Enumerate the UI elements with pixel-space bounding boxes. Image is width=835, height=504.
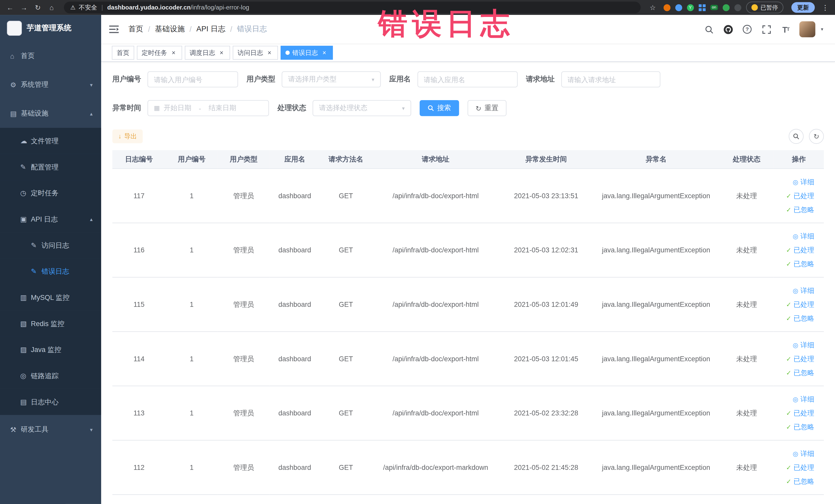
chevron-down-icon[interactable]: ▾	[821, 27, 823, 32]
date-range-picker[interactable]: ▦ 开始日期 - 结束日期	[148, 100, 269, 116]
sidebar-item-home[interactable]: ⌂ 首页	[0, 42, 101, 70]
detail-link[interactable]: ◎详细	[776, 229, 814, 243]
breadcrumb-item[interactable]: API 日志	[196, 24, 225, 34]
update-button[interactable]: 更新	[791, 2, 815, 13]
document-icon: ▣	[20, 215, 31, 223]
sidebar-item-infrastructure[interactable]: ▤ 基础设施 ▴	[0, 99, 101, 128]
cell-user-type: 管理员	[218, 223, 269, 277]
tab-scheduled-tasks[interactable]: 定时任务 ×	[137, 46, 182, 60]
user-id-input[interactable]	[148, 72, 238, 87]
cell-method: GET	[320, 277, 372, 332]
fullscreen-icon[interactable]	[761, 24, 772, 35]
tab-error-log[interactable]: 错误日志 ×	[281, 46, 333, 60]
breadcrumb-item[interactable]: 首页	[128, 24, 143, 34]
extension-icon[interactable]: Y	[687, 4, 694, 11]
detail-link[interactable]: ◎详细	[776, 284, 814, 298]
app-logo-row[interactable]: 芋道管理系统	[0, 15, 101, 42]
search-icon[interactable]	[704, 24, 714, 35]
sidebar-item-java-monitor[interactable]: ▨ Java 监控	[0, 337, 101, 363]
forward-icon[interactable]: →	[18, 2, 30, 13]
cell-actions: ◎详细 ✓已处理 ✓已忽略	[774, 223, 824, 277]
close-icon[interactable]: ×	[218, 49, 225, 57]
search-button[interactable]: 搜索	[420, 100, 459, 116]
col-request-url: 请求地址	[372, 150, 500, 169]
mark-processed-link[interactable]: ✓已处理	[776, 243, 814, 257]
mark-processed-link[interactable]: ✓已处理	[776, 461, 814, 475]
extension-grid-icon[interactable]	[698, 4, 705, 11]
extension-icon[interactable]	[722, 4, 730, 11]
top-navbar: 首页 / 基础设施 / API 日志 / 错误日志 ?	[101, 15, 835, 44]
detail-link[interactable]: ◎详细	[776, 447, 814, 461]
home-icon[interactable]: ⌂	[46, 2, 58, 13]
close-icon[interactable]: ×	[321, 49, 328, 57]
mark-ignored-link[interactable]: ✓已忽略	[776, 366, 814, 380]
extension-icon[interactable]	[663, 4, 670, 11]
mark-processed-link[interactable]: ✓已处理	[776, 352, 814, 366]
tab-home[interactable]: 首页	[112, 46, 134, 60]
hamburger-icon[interactable]	[109, 24, 120, 35]
mark-ignored-link[interactable]: ✓已忽略	[776, 203, 814, 217]
export-button[interactable]: ↓ 导出	[113, 129, 143, 143]
sidebar-item-error-log[interactable]: ✎ 错误日志	[0, 258, 101, 284]
sidebar-item-redis-monitor[interactable]: ▧ Redis 监控	[0, 311, 101, 337]
toggle-search-button[interactable]	[789, 129, 804, 144]
sidebar-item-file-management[interactable]: ☁ 文件管理	[0, 128, 101, 154]
check-icon: ✓	[786, 311, 791, 325]
detail-link[interactable]: ◎详细	[776, 338, 814, 352]
sidebar-item-trace[interactable]: ◎ 链路追踪	[0, 363, 101, 389]
cell-actions: ◎详细 ✓已处理 ✓已忽略	[774, 169, 824, 223]
security-label[interactable]: 不安全	[79, 3, 97, 11]
sidebar-item-api-log[interactable]: ▣ API 日志 ▴	[0, 206, 101, 233]
breadcrumb-item[interactable]: 基础设施	[155, 24, 185, 34]
date-start[interactable]: 开始日期	[164, 103, 191, 113]
mark-ignored-link[interactable]: ✓已忽略	[776, 420, 814, 434]
help-icon[interactable]: ?	[742, 24, 753, 35]
extension-on-badge[interactable]: on	[710, 5, 718, 10]
extension-icon[interactable]	[675, 4, 682, 11]
user-type-select[interactable]: 请选择用户类型 ▾	[282, 72, 381, 87]
sidebar-item-access-log[interactable]: ✎ 访问日志	[0, 233, 101, 259]
mark-ignored-link[interactable]: ✓已忽略	[776, 311, 814, 325]
sidebar-item-scheduled-tasks[interactable]: ◷ 定时任务	[0, 180, 101, 206]
app-logo	[7, 21, 22, 36]
app-name-input[interactable]	[418, 72, 517, 87]
detail-link[interactable]: ◎详细	[776, 392, 814, 406]
refresh-button[interactable]: ↻	[809, 129, 824, 144]
paused-chip[interactable]: 已暂停	[746, 2, 783, 13]
back-icon[interactable]: ←	[4, 2, 16, 13]
mark-processed-link[interactable]: ✓已处理	[776, 189, 814, 203]
sidebar-item-system-management[interactable]: ⚙ 系统管理 ▾	[0, 70, 101, 99]
mark-processed-link[interactable]: ✓已处理	[776, 298, 814, 311]
bookmark-star-icon[interactable]: ☆	[647, 2, 659, 13]
extension-paw-icon[interactable]	[734, 4, 741, 11]
sidebar-item-config-management[interactable]: ✎ 配置管理	[0, 154, 101, 180]
avatar[interactable]	[799, 21, 815, 37]
mark-processed-link[interactable]: ✓已处理	[776, 406, 814, 420]
cell-request-url: /api/infra/db-doc/export-markdown	[372, 440, 500, 495]
url-text[interactable]: dashboard.yudao.iocoder.cn/infra/log/api…	[107, 4, 249, 11]
github-icon[interactable]	[723, 24, 733, 35]
reset-button[interactable]: ↻ 重置	[468, 100, 506, 116]
browser-menu-icon[interactable]: ⋮	[822, 3, 829, 11]
sidebar-item-dev-tools[interactable]: ⚒ 研发工具 ▾	[0, 415, 101, 444]
grid-icon: ▤	[10, 109, 21, 117]
process-status-select[interactable]: 请选择处理状态 ▾	[313, 100, 411, 116]
font-size-icon[interactable]: TT	[780, 24, 791, 35]
monitor-icon: ▨	[20, 346, 31, 354]
detail-link[interactable]: ◎详细	[776, 175, 814, 189]
close-icon[interactable]: ×	[170, 49, 177, 57]
reload-icon[interactable]: ↻	[32, 2, 44, 13]
sidebar-item-log-center[interactable]: ▤ 日志中心	[0, 389, 101, 415]
mark-ignored-link[interactable]: ✓已忽略	[776, 257, 814, 271]
address-bar[interactable]: ⚠ 不安全 | dashboard.yudao.iocoder.cn/infra…	[64, 2, 640, 13]
cell-app-name: dashboard	[269, 440, 320, 495]
request-url-input[interactable]	[561, 72, 660, 87]
close-icon[interactable]: ×	[266, 49, 273, 57]
mark-ignored-link[interactable]: ✓已忽略	[776, 475, 814, 488]
tab-access-log[interactable]: 访问日志 ×	[233, 46, 278, 60]
cell-log-id: 114	[113, 332, 166, 386]
tab-dispatch-log[interactable]: 调度日志 ×	[185, 46, 230, 60]
sidebar-item-mysql-monitor[interactable]: ▥ MySQL 监控	[0, 284, 101, 311]
browser-toolbar: ← → ↻ ⌂ ⚠ 不安全 | dashboard.yudao.iocoder.…	[0, 0, 835, 15]
date-end[interactable]: 结束日期	[209, 103, 237, 113]
